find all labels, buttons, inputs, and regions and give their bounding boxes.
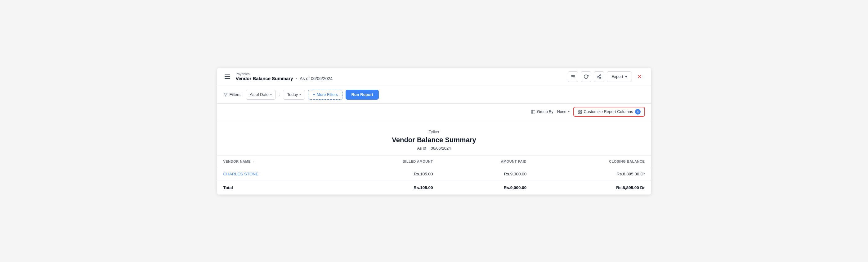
col-vendor-name-label: VENDOR NAME: [223, 159, 251, 163]
svg-rect-21: [580, 112, 581, 113]
close-icon: ✕: [637, 73, 642, 80]
today-label: Today: [287, 92, 298, 97]
customize-columns-badge: 4: [635, 109, 641, 115]
run-report-label: Run Report: [351, 92, 373, 97]
menu-icon[interactable]: [223, 73, 231, 80]
more-filters-plus-icon: +: [313, 92, 315, 97]
header-date: As of 06/06/2024: [300, 76, 333, 81]
vendor-name-cell: CHARLES STONE: [217, 167, 334, 181]
sort-icon: ↑: [253, 160, 255, 163]
report-table: VENDOR NAME ↑ BILLED AMOUNT AMOUNT PAID …: [217, 156, 651, 195]
report-company: Zylker: [223, 129, 645, 134]
report-table-header: VENDOR NAME ↑ BILLED AMOUNT AMOUNT PAID …: [217, 156, 651, 167]
col-amount-paid: AMOUNT PAID: [439, 156, 533, 167]
svg-rect-12: [531, 110, 533, 111]
svg-rect-19: [580, 110, 581, 111]
filters-text: Filters :: [229, 92, 243, 97]
billed-amount-cell: Rs.105.00: [334, 167, 439, 181]
filters-label: Filters :: [223, 92, 243, 97]
export-label: Export: [612, 74, 623, 79]
table-header-row: VENDOR NAME ↑ BILLED AMOUNT AMOUNT PAID …: [217, 156, 651, 167]
col-closing-balance: CLOSING BALANCE: [533, 156, 651, 167]
col-vendor-name: VENDOR NAME ↑: [217, 156, 334, 167]
svg-rect-20: [578, 112, 579, 113]
svg-line-9: [598, 77, 600, 78]
report-as-of: As of 06/06/2024: [223, 146, 645, 150]
total-row: Total Rs.105.00 Rs.9,000.00 Rs.8,895.00 …: [217, 181, 651, 194]
group-by-chevron-icon: ▾: [568, 110, 569, 113]
as-of-date-filter[interactable]: As of Date ▾: [246, 90, 276, 100]
report-header-section: Zylker Vendor Balance Summary As of 06/0…: [217, 120, 651, 156]
share-button[interactable]: [594, 71, 604, 82]
page-title-text: Vendor Balance Summary: [236, 76, 293, 81]
group-by-value: None: [557, 110, 566, 114]
export-chevron-icon: ▾: [625, 74, 627, 79]
more-filters-button[interactable]: + More Filters: [308, 90, 342, 100]
filters-bar: Filters : As of Date ▾ : Today ▾ + More …: [217, 86, 651, 104]
group-by-label: Group By :: [537, 110, 556, 114]
filter-icon: [223, 92, 228, 97]
svg-point-4: [572, 75, 572, 76]
vendor-link[interactable]: CHARLES STONE: [223, 172, 259, 176]
as-of-date-label: As of Date: [250, 92, 269, 97]
run-report-button[interactable]: Run Report: [346, 90, 379, 100]
table-row: CHARLES STONE Rs.105.00 Rs.9,000.00 Rs.8…: [217, 167, 651, 181]
total-closing-balance: Rs.8,895.00 Dr: [533, 181, 651, 194]
customize-columns-label: Customize Report Columns: [584, 109, 633, 114]
total-amount-paid: Rs.9,000.00: [439, 181, 533, 194]
as-of-date-chevron-icon: ▾: [270, 93, 272, 96]
today-filter[interactable]: Today ▾: [283, 90, 305, 100]
filter-colon-separator: :: [279, 92, 280, 97]
customize-columns-button[interactable]: Customize Report Columns 4: [573, 107, 645, 117]
report-as-of-prefix: As of: [417, 146, 426, 150]
header-right: Export ▾ ✕: [568, 71, 645, 82]
breadcrumb: Payables: [236, 72, 333, 76]
group-by-control[interactable]: Group By : None ▾: [531, 110, 569, 114]
group-by-icon: [531, 110, 535, 114]
header-title-block: Payables Vendor Balance Summary • As of …: [236, 72, 333, 81]
report-content: Zylker Vendor Balance Summary As of 06/0…: [217, 120, 651, 195]
page-title: Vendor Balance Summary • As of 06/06/202…: [236, 76, 333, 81]
app-container: Payables Vendor Balance Summary • As of …: [217, 68, 651, 195]
report-area: Group By : None ▾ Customize Report Colum…: [217, 104, 651, 195]
svg-point-3: [571, 76, 572, 77]
refresh-button[interactable]: [581, 71, 591, 82]
col-billed-amount: BILLED AMOUNT: [334, 156, 439, 167]
total-billed-amount: Rs.105.00: [334, 181, 439, 194]
svg-marker-11: [224, 93, 227, 96]
settings-button[interactable]: [568, 71, 578, 82]
report-table-body: CHARLES STONE Rs.105.00 Rs.9,000.00 Rs.8…: [217, 167, 651, 194]
header: Payables Vendor Balance Summary • As of …: [217, 68, 651, 86]
customize-columns-icon: [578, 110, 582, 114]
export-button[interactable]: Export ▾: [607, 71, 632, 82]
close-button[interactable]: ✕: [634, 71, 645, 82]
svg-rect-13: [531, 112, 533, 112]
more-filters-label: More Filters: [317, 92, 338, 97]
svg-rect-14: [531, 113, 533, 113]
amount-paid-cell: Rs.9,000.00: [439, 167, 533, 181]
svg-line-10: [598, 76, 600, 76]
report-toolbar: Group By : None ▾ Customize Report Colum…: [217, 104, 651, 120]
closing-balance-cell: Rs.8,895.00 Dr: [533, 167, 651, 181]
svg-rect-18: [578, 110, 579, 111]
report-as-of-date: 06/06/2024: [431, 146, 451, 150]
title-dot: •: [296, 76, 297, 81]
today-chevron-icon: ▾: [299, 93, 301, 96]
header-left: Payables Vendor Balance Summary • As of …: [223, 72, 333, 81]
svg-point-5: [573, 78, 573, 78]
report-title: Vendor Balance Summary: [223, 136, 645, 144]
total-label: Total: [217, 181, 334, 194]
